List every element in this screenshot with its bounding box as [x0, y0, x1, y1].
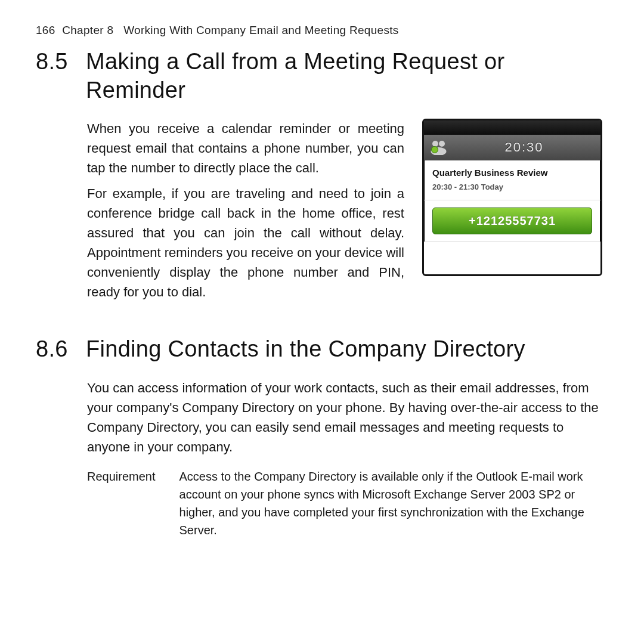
section-heading-8-5: 8.5 Making a Call from a Meeting Request…: [36, 48, 602, 104]
svg-point-1: [439, 141, 445, 147]
phone-title-bar: 20:30: [424, 135, 600, 160]
requirement-text-part: , and you have completed your first sync…: [179, 506, 584, 537]
people-group-icon: [430, 140, 448, 155]
reminder-clock: 20:30: [454, 140, 595, 155]
reminder-event-time: 20:30 - 21:30 Today: [424, 180, 600, 200]
section-title: Finding Contacts in the Company Director…: [86, 335, 525, 364]
chapter-title: Working With Company Email and Meeting R…: [123, 24, 399, 36]
dial-phone-number-button[interactable]: +12125557731: [432, 208, 592, 234]
reminder-event-title: Quarterly Business Review: [424, 160, 600, 180]
section-8-5-body: When you receive a calendar reminder or …: [87, 119, 404, 308]
chapter-label: Chapter 8: [62, 24, 113, 36]
section-8-6-body: You can access information of your work …: [87, 378, 602, 457]
phone-reminder-widget: 20:30 Quarterly Business Review 20:30 - …: [422, 119, 602, 276]
section-number: 8.5: [36, 48, 78, 104]
phone-status-bar: [424, 120, 600, 135]
running-header: 166 Chapter 8 Working With Company Email…: [36, 24, 602, 37]
requirement-block: Requirement Access to the Company Direct…: [87, 467, 602, 539]
page-number: 166: [36, 24, 55, 36]
requirement-label: Requirement: [87, 467, 158, 539]
reminder-blank-row: [424, 242, 600, 274]
svg-point-0: [432, 141, 438, 147]
paragraph: When you receive a calendar reminder or …: [87, 119, 404, 178]
section-heading-8-6: 8.6 Finding Contacts in the Company Dire…: [36, 335, 602, 364]
document-page: 166 Chapter 8 Working With Company Email…: [0, 0, 644, 563]
section-number: 8.6: [36, 335, 78, 364]
paragraph: You can access information of your work …: [87, 378, 602, 457]
requirement-text: Access to the Company Directory is avail…: [179, 467, 602, 539]
svg-point-3: [432, 147, 438, 153]
section-title: Making a Call from a Meeting Request or …: [86, 48, 602, 104]
paragraph: For example, if you are traveling and ne…: [87, 184, 404, 302]
